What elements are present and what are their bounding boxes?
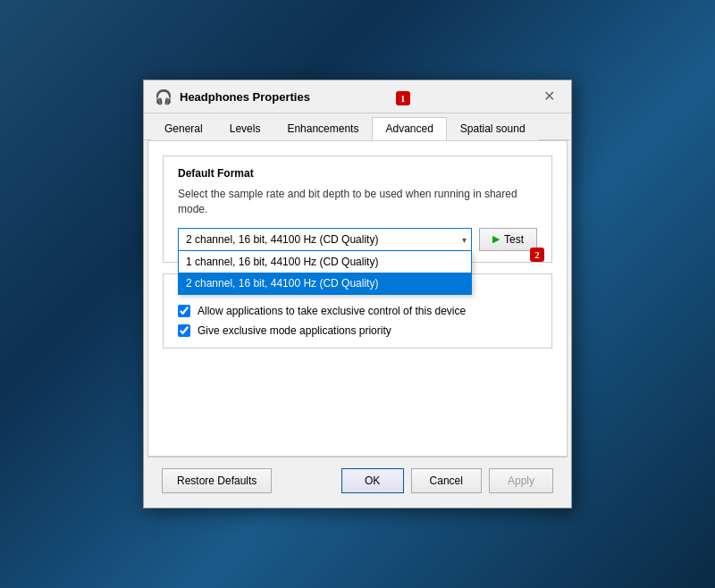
exclusive-priority-row: Give exclusive mode applications priorit… bbox=[178, 324, 537, 337]
tab-bar: General Levels Enhancements Advanced 1 S… bbox=[144, 113, 571, 140]
title-bar-left: 🎧 Headphones Properties bbox=[155, 88, 310, 105]
dialog-footer: Restore Defaults OK Cancel Apply bbox=[147, 457, 568, 504]
exclusive-control-row: Allow applications to take exclusive con… bbox=[178, 305, 537, 317]
annotation-badge-1: 1 bbox=[396, 91, 410, 105]
restore-defaults-button[interactable]: Restore Defaults bbox=[162, 468, 272, 493]
dialog-action-buttons: OK Cancel Apply bbox=[341, 468, 553, 493]
cancel-button[interactable]: Cancel bbox=[411, 468, 482, 493]
test-button[interactable]: ▶ Test bbox=[479, 228, 537, 251]
default-format-description: Select the sample rate and bit depth to … bbox=[178, 187, 537, 217]
dropdown-option-1ch[interactable]: 1 channel, 16 bit, 44100 Hz (CD Quality) bbox=[179, 251, 471, 273]
close-button[interactable]: ✕ bbox=[538, 88, 560, 105]
tab-levels[interactable]: Levels bbox=[216, 117, 274, 140]
format-row: 2 channel, 16 bit, 44100 Hz (CD Quality)… bbox=[178, 228, 537, 251]
exclusive-control-label: Allow applications to take exclusive con… bbox=[198, 305, 466, 317]
tab-spatial-sound[interactable]: Spatial sound bbox=[447, 117, 539, 140]
exclusive-priority-checkbox[interactable] bbox=[178, 324, 190, 337]
tab-advanced[interactable]: Advanced 1 bbox=[372, 117, 446, 140]
tab-enhancements[interactable]: Enhancements bbox=[273, 117, 372, 140]
dropdown-options-list: 1 channel, 16 bit, 44100 Hz (CD Quality)… bbox=[178, 251, 472, 295]
default-format-title: Default Format bbox=[178, 167, 537, 180]
ok-button[interactable]: OK bbox=[341, 468, 404, 493]
exclusive-control-checkbox[interactable] bbox=[178, 305, 190, 317]
headphones-properties-dialog: 🎧 Headphones Properties ✕ General Levels… bbox=[143, 80, 572, 508]
apply-button[interactable]: Apply bbox=[489, 468, 553, 493]
title-bar: 🎧 Headphones Properties ✕ bbox=[144, 80, 571, 113]
play-icon: ▶ bbox=[492, 233, 500, 245]
sample-rate-dropdown-container: 2 channel, 16 bit, 44100 Hz (CD Quality)… bbox=[178, 228, 472, 251]
default-format-section: Default Format Select the sample rate an… bbox=[163, 155, 552, 263]
sample-rate-dropdown[interactable]: 2 channel, 16 bit, 44100 Hz (CD Quality) bbox=[178, 228, 472, 251]
headphones-icon: 🎧 bbox=[155, 88, 172, 105]
tab-general[interactable]: General bbox=[151, 117, 216, 140]
dropdown-option-2ch[interactable]: 2 channel, 16 bit, 44100 Hz (CD Quality) bbox=[179, 273, 471, 294]
tab-content: Default Format Select the sample rate an… bbox=[147, 140, 568, 457]
annotation-badge-2: 2 bbox=[530, 248, 544, 262]
dialog-title: Headphones Properties bbox=[180, 90, 310, 104]
exclusive-priority-label: Give exclusive mode applications priorit… bbox=[198, 324, 391, 337]
